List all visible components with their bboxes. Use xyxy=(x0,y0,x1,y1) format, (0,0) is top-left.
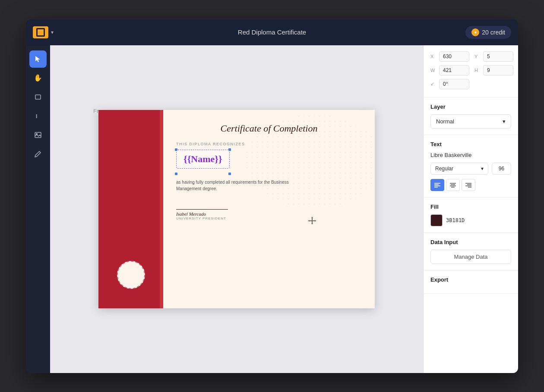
fill-row: 3B181D xyxy=(430,214,511,226)
coord-x: X xyxy=(430,51,469,62)
main-area: ✋ I Frame xyxy=(26,45,518,373)
w-label: W xyxy=(430,68,436,73)
r-label: ↙ xyxy=(430,81,436,87)
cert-subtitle: THIS DIPLOMA RECOGNIZES xyxy=(176,142,362,146)
canvas-area[interactable]: Frame xyxy=(50,45,423,373)
pen-tool[interactable] xyxy=(29,145,47,163)
font-style-chevron: ▾ xyxy=(481,166,484,172)
name-field-container[interactable]: {{Name}} xyxy=(176,150,230,174)
coord-y: Y xyxy=(474,51,513,62)
y-input[interactable] xyxy=(483,51,513,62)
y-label: Y xyxy=(474,54,481,59)
text-tool[interactable]: I xyxy=(29,107,47,125)
coord-row-r: ↙ xyxy=(430,79,511,89)
medal xyxy=(114,261,148,300)
topbar: ▾ Red Diploma Certificate ● 20 credit xyxy=(26,19,518,45)
font-size-input[interactable] xyxy=(492,163,511,175)
h-input[interactable] xyxy=(483,65,513,75)
coords-section: X Y W H xyxy=(424,45,518,97)
coord-r: ↙ xyxy=(430,79,511,89)
app-logo[interactable] xyxy=(33,26,48,38)
font-controls: Regular ▾ xyxy=(430,163,511,175)
w-input[interactable] xyxy=(439,65,469,75)
layer-value: Normal xyxy=(436,118,454,125)
x-label: X xyxy=(430,54,436,59)
coord-h: H xyxy=(474,65,513,75)
cert-title: Certificate of Completion xyxy=(176,123,362,134)
rectangle-tool[interactable] xyxy=(29,88,47,106)
hand-tool[interactable]: ✋ xyxy=(29,69,47,87)
medal-circle xyxy=(117,261,145,289)
certificate: Certificate of Completion THIS DIPLOMA R… xyxy=(98,110,375,308)
align-left-button[interactable] xyxy=(430,179,444,191)
font-style-dropdown[interactable]: Regular ▾ xyxy=(430,163,488,175)
cert-right-panel: Certificate of Completion THIS DIPLOMA R… xyxy=(163,110,375,308)
app-dropdown-arrow[interactable]: ▾ xyxy=(51,29,54,35)
select-tool[interactable] xyxy=(29,50,47,68)
signature-line xyxy=(176,209,228,210)
data-input-title: Data Input xyxy=(430,239,511,245)
coin-icon: ● xyxy=(471,28,479,36)
layer-dropdown[interactable]: Normal ▾ xyxy=(430,114,511,129)
handle-bl xyxy=(174,172,178,176)
svg-rect-1 xyxy=(35,95,41,99)
coord-row-xy: X Y xyxy=(430,51,511,62)
cert-stripe xyxy=(160,110,163,308)
signature-area: Isabel Mercado UNIVERSITY PRESIDENT xyxy=(176,209,362,220)
h-label: H xyxy=(474,68,481,73)
text-section: Text Libre Baskerville Regular ▾ xyxy=(424,135,518,198)
handle-br xyxy=(228,172,231,176)
signer-name: Isabel Mercado xyxy=(176,211,362,216)
font-name: Libre Baskerville xyxy=(430,152,511,158)
credit-label: 20 credit xyxy=(482,29,505,36)
fill-color-swatch[interactable] xyxy=(430,214,443,226)
layer-title: Layer xyxy=(430,103,511,110)
coord-row-wh: W H xyxy=(430,65,511,75)
cert-left-panel xyxy=(98,110,163,308)
data-input-section: Data Input Manage Data xyxy=(424,233,518,270)
x-input[interactable] xyxy=(439,51,469,62)
svg-text:I: I xyxy=(36,113,37,119)
font-style-value: Regular xyxy=(435,166,453,172)
image-tool[interactable] xyxy=(29,126,47,144)
coord-w: W xyxy=(430,65,469,75)
align-buttons xyxy=(430,179,511,191)
topbar-title: Red Diploma Certificate xyxy=(238,28,306,36)
name-field[interactable]: {{Name}} xyxy=(176,150,230,169)
fill-title: Fill xyxy=(430,204,511,210)
fill-section: Fill 3B181D xyxy=(424,198,518,233)
export-section: Export xyxy=(424,270,518,294)
layer-section: Layer Normal ▾ xyxy=(424,97,518,135)
manage-data-button[interactable]: Manage Data xyxy=(430,250,511,264)
svg-marker-0 xyxy=(35,56,40,62)
text-title: Text xyxy=(430,141,511,147)
export-title: Export xyxy=(430,276,511,283)
fill-hex-value: 3B181D xyxy=(446,217,465,223)
layer-chevron: ▾ xyxy=(503,118,506,125)
credit-badge: ● 20 credit xyxy=(465,26,511,39)
align-center-button[interactable] xyxy=(446,179,460,191)
toolbar: ✋ I xyxy=(26,45,50,373)
signer-title: UNIVERSITY PRESIDENT xyxy=(176,216,362,220)
cert-body-text: as having fully completed all requiremen… xyxy=(176,179,297,192)
align-right-button[interactable] xyxy=(462,179,475,191)
right-panel: X Y W H xyxy=(423,45,518,373)
r-input[interactable] xyxy=(439,79,469,89)
